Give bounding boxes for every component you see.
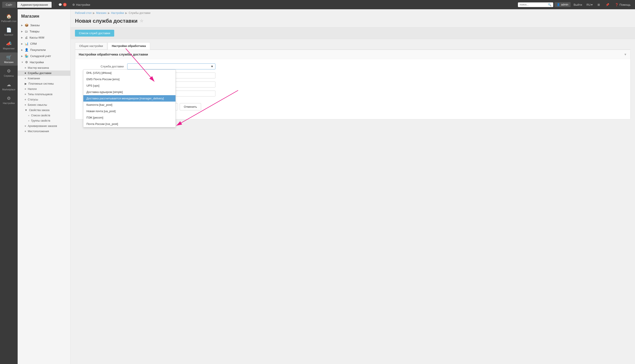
help-btn[interactable]: ❓ Помощь <box>613 2 633 7</box>
tab-admin[interactable]: Администрирование <box>17 2 52 8</box>
sidebar-label-props-list: Список свойств <box>31 114 50 117</box>
dropdown-item-manager[interactable]: Доставка рассчитывается менеджером [mana… <box>83 95 176 102</box>
dropdown-item-kaz[interactable]: Казпочта [kaz_post] <box>83 102 176 108</box>
collapse-arrow-icon: ▼ <box>624 53 627 56</box>
shop-icon: 🛒 <box>6 55 12 60</box>
section-content: Служба доставки ▼ DHL (USA) [dhlusa] EMS… <box>75 59 630 119</box>
content-area: Рабочий стол ▶ Магазин ▶ Настройки ▶ Слу… <box>71 9 635 364</box>
sidebar-item-crm[interactable]: ▶ 📊 CRM <box>18 40 70 47</box>
sidebar-label-companies: Компании <box>28 77 40 80</box>
lang-btn[interactable]: RU ▾ <box>585 2 594 7</box>
layout-icon: ⊞ <box>597 3 600 6</box>
notifications-btn[interactable]: 💬 3 <box>56 2 69 7</box>
sidebar-label-archive: Архивирование заказов <box>28 124 57 128</box>
nav-item-shop[interactable]: 🛒 Магазин <box>0 52 18 66</box>
dropdown-item-pek[interactable]: ПЭК [pecom] <box>83 114 176 121</box>
dot-icon <box>25 78 26 79</box>
sidebar-sub-taxes[interactable]: Налоги <box>18 86 70 92</box>
sidebar-sub-props-list[interactable]: Список свойств <box>18 113 70 118</box>
section-header[interactable]: Настройки обработчика службы доставки ▼ <box>75 50 630 59</box>
dot-icon <box>28 115 29 116</box>
nav-item-services[interactable]: ⚙ Сервисы <box>0 66 18 79</box>
admin-btn[interactable]: 👤 admin <box>554 2 571 7</box>
sidebar-item-orders[interactable]: ▶ 📦 Заказы <box>18 22 70 28</box>
bell-icon: 💬 <box>59 3 62 6</box>
sidebar-item-settings-group[interactable]: ▼ ⚙ Настройки <box>18 59 70 65</box>
dropdown-item-ems[interactable]: EMS Почта России [ems] <box>83 76 176 82</box>
tab-general[interactable]: Общие настройки <box>75 42 107 49</box>
sidebar-sub-shop-wizard[interactable]: Мастер магазина <box>18 65 70 70</box>
main-layout: 🏠 Рабочий стол 📄 Контент 📣 Маркетинг 🛒 М… <box>0 9 635 364</box>
sidebar-label-taxes: Налоги <box>28 88 37 90</box>
nav-label-services: Сервисы <box>4 74 14 77</box>
sidebar-sub-delivery[interactable]: Службы доставки <box>18 70 70 76</box>
section-title: Настройки обработчика службы доставки <box>79 52 148 56</box>
dropdown-item-ups[interactable]: UPS [ups] <box>83 82 176 89</box>
left-nav: 🏠 Рабочий стол 📄 Контент 📣 Маркетинг 🛒 М… <box>0 9 18 364</box>
dot-icon <box>25 104 26 106</box>
delivery-service-select-wrapper: ▼ DHL (USA) [dhlusa] EMS Почта России [e… <box>127 64 215 70</box>
action-bar: Список служб доставки <box>71 27 635 39</box>
layout-btn[interactable]: ⊞ <box>595 2 602 7</box>
dot-icon <box>25 88 26 90</box>
nav-item-marketing[interactable]: 📣 Маркетинг <box>0 39 18 52</box>
lang-label: RU <box>586 3 591 6</box>
gear-icon: ⚙ <box>72 3 75 6</box>
settings-label: Настройки <box>76 3 90 6</box>
products-icon: 🗂 <box>25 30 28 33</box>
dot-icon <box>25 67 26 68</box>
settings-topbar-btn[interactable]: ⚙ Настройки <box>70 2 92 7</box>
dropdown-item-simple[interactable]: Доставка курьером [simple] <box>83 89 176 95</box>
top-bar: Сайт Администрирование 💬 3 ⚙ Настройки 🔍… <box>0 0 635 9</box>
dot-icon <box>25 72 26 74</box>
form-row-delivery-service: Служба доставки ▼ DHL (USA) [dhlusa] EMS… <box>79 64 627 70</box>
sidebar-sub-companies[interactable]: Компании <box>18 76 70 81</box>
dot-icon <box>25 99 26 100</box>
pin-topbar-btn[interactable]: 📌 <box>603 2 611 7</box>
star-icon[interactable]: ☆ <box>140 18 143 23</box>
warehouse-icon: 🏪 <box>25 54 29 58</box>
sidebar-sub-business[interactable]: Бизнес смыслы <box>18 102 70 108</box>
sidebar-item-warehouse[interactable]: ▶ 🏪 Складской учёт <box>18 53 70 59</box>
sidebar-sub-props-groups[interactable]: Группы свойств <box>18 118 70 124</box>
breadcrumb-sep: ▶ <box>93 12 95 14</box>
tabs-container: Общие настройки Настройки обработчика <box>75 42 630 50</box>
settings-icon: ⚙ <box>7 96 11 101</box>
orders-icon: 📦 <box>25 23 29 27</box>
services-icon: ⚙ <box>7 68 11 74</box>
sidebar-sub-locations[interactable]: Местоположения <box>18 129 70 134</box>
nav-item-dashboard[interactable]: 🏠 Рабочий стол <box>0 12 18 25</box>
delivery-service-select[interactable]: ▼ <box>127 64 215 70</box>
logout-btn[interactable]: Выйти <box>572 2 584 7</box>
nav-item-settings[interactable]: ⚙ Настройки <box>0 94 18 107</box>
sidebar-sub-payer-types[interactable]: Типы плательщиков <box>18 92 70 97</box>
tab-site[interactable]: Сайт <box>2 2 16 8</box>
nav-item-marketplace[interactable]: ☁ Marketplace <box>0 80 18 93</box>
sidebar-sub-archive[interactable]: Архивирование заказов <box>18 124 70 129</box>
nav-item-content[interactable]: 📄 Контент <box>0 25 18 38</box>
dropdown-item-dhl[interactable]: DHL (USA) [dhlusa] <box>83 70 176 76</box>
sidebar-item-kkm[interactable]: ▶ 🖨 Кассы ККМ <box>18 34 70 40</box>
sidebar-sub-statuses[interactable]: Статусы <box>18 97 70 102</box>
cancel-button[interactable]: Отменить <box>180 103 201 110</box>
sidebar-sub-order-props[interactable]: ▼ Свойства заказа <box>18 108 70 113</box>
search-input[interactable] <box>520 3 547 6</box>
search-bar[interactable]: 🔍 <box>518 2 553 7</box>
breadcrumb-settings[interactable]: Настройки <box>111 12 124 14</box>
settings-group-icon: ⚙ <box>25 60 28 64</box>
tab-handler[interactable]: Настройки обработчика <box>108 42 150 50</box>
sidebar-label-shop-wizard: Мастер магазина <box>28 66 49 70</box>
breadcrumb-dashboard[interactable]: Рабочий стол <box>75 12 92 14</box>
sidebar-item-buyers[interactable]: ▶ 👤 Покупатели <box>18 47 70 53</box>
dropdown-item-ua[interactable]: Новая почта [ua_post] <box>83 108 176 114</box>
nav-label-dashboard: Рабочий стол <box>1 20 16 22</box>
breadcrumb-shop[interactable]: Магазин <box>96 12 106 14</box>
cloud-icon: ☁ <box>7 82 11 87</box>
notifications-badge: 3 <box>63 3 67 6</box>
sidebar-sub-payment[interactable]: ▶ Платежные системы <box>18 81 70 86</box>
pin-icon: 📌 <box>606 3 609 6</box>
delivery-list-button[interactable]: Список служб доставки <box>75 30 114 36</box>
dropdown-item-rus[interactable]: Почта России [rus_post] <box>83 121 176 127</box>
chevron-right-icon: ▶ <box>21 55 23 57</box>
sidebar-item-products[interactable]: ▶ 🗂 Товары <box>18 28 70 34</box>
